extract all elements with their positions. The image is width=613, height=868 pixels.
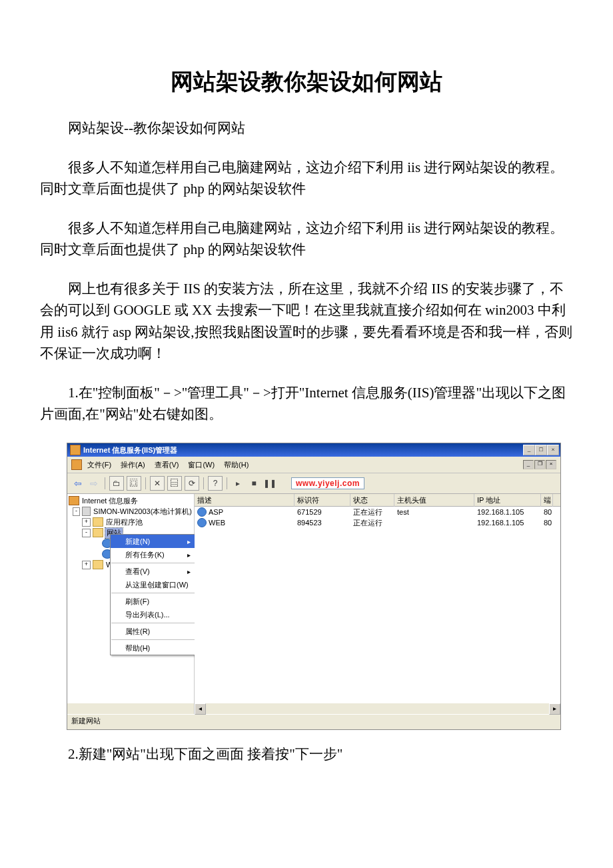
mdi-restore-button[interactable]: ❐: [534, 460, 545, 469]
ctx-view[interactable]: 查看(V)▸: [111, 565, 195, 578]
play-button[interactable]: ▸: [231, 477, 245, 490]
paragraph-4: 1.在"控制面板"－>"管理工具"－>打开"Internet 信息服务(IIS)…: [40, 382, 573, 425]
folder-icon: [93, 517, 103, 527]
window-titlebar[interactable]: Internet 信息服务(IIS)管理器 _ □ ×: [67, 443, 560, 457]
doc-subtitle: 网站架设--教你架设如何网站: [40, 117, 573, 139]
ctx-new[interactable]: 新建(N)▸: [111, 535, 195, 548]
close-button[interactable]: ×: [547, 445, 559, 455]
menubar: 文件(F) 操作(A) 查看(V) 窗口(W) 帮助(H) _ ❐ ×: [67, 457, 560, 473]
mdi-close-button[interactable]: ×: [546, 460, 556, 469]
iis-window: Internet 信息服务(IIS)管理器 _ □ × 文件(F) 操作(A) …: [67, 443, 561, 730]
tree-apppools[interactable]: + 应用程序池: [67, 517, 194, 527]
back-button[interactable]: ⇦: [71, 477, 85, 490]
horizontal-scrollbar[interactable]: ◂ ▸: [67, 703, 560, 714]
col-ip[interactable]: IP 地址: [474, 494, 541, 507]
col-state[interactable]: 状态: [350, 494, 394, 507]
ctx-refresh[interactable]: 刷新(F): [111, 595, 195, 608]
paragraph-5: 2.新建"网站"出现下面之画面 接着按"下一步": [40, 743, 573, 765]
tree-host[interactable]: - SIMON-WIN2003(本地计算机): [67, 506, 194, 517]
pause-button[interactable]: ❚❚: [263, 477, 277, 490]
scroll-right-button[interactable]: ▸: [549, 703, 560, 715]
scroll-left-button[interactable]: ◂: [195, 703, 206, 715]
col-port[interactable]: 端: [541, 494, 553, 507]
window-title: Internet 信息服务(IIS)管理器: [83, 445, 523, 455]
up-button[interactable]: 🗀: [109, 476, 124, 491]
ctx-export[interactable]: 导出列表(L)...: [111, 608, 195, 621]
tree-panel[interactable]: Internet 信息服务 - SIMON-WIN2003(本地计算机) + 应…: [67, 494, 195, 714]
maximize-button[interactable]: □: [535, 445, 547, 455]
tree-root[interactable]: Internet 信息服务: [67, 495, 194, 506]
app-icon: [70, 445, 81, 455]
ctx-new-window-here[interactable]: 从这里创建窗口(W): [111, 578, 195, 591]
status-bar: 新建网站: [67, 714, 560, 729]
computer-icon: [82, 507, 91, 516]
doc-title: 网站架设教你架设如何网站: [40, 67, 573, 97]
server-icon: [69, 496, 79, 505]
globe-icon: [197, 507, 207, 517]
stop-button[interactable]: ■: [247, 477, 261, 490]
ctx-help[interactable]: 帮助(H): [111, 641, 195, 655]
paragraph-2: 很多人不知道怎样用自己电脑建网站，这边介绍下利用 iis 进行网站架设的教程。同…: [40, 217, 573, 261]
minimize-button[interactable]: _: [523, 445, 535, 455]
folder-icon: [93, 560, 103, 569]
show-hide-button[interactable]: ⿴: [127, 476, 141, 491]
menu-action[interactable]: 操作(A): [121, 460, 145, 470]
menu-view[interactable]: 查看(V): [155, 460, 179, 470]
paragraph-1: 很多人不知道怎样用自己电脑建网站，这边介绍下利用 iis 进行网站架设的教程。同…: [40, 157, 573, 200]
col-hostheader[interactable]: 主机头值: [394, 494, 474, 507]
list-panel[interactable]: 描述 标识符 状态 主机头值 IP 地址 端 ASP 671529 正在运行 t…: [195, 494, 560, 714]
ctx-properties[interactable]: 属性(R): [111, 625, 195, 638]
col-desc[interactable]: 描述: [195, 494, 295, 507]
list-row[interactable]: WEB 894523 正在运行 192.168.1.105 80: [195, 517, 560, 528]
properties-button[interactable]: ⿳: [167, 476, 182, 491]
client-area: Internet 信息服务 - SIMON-WIN2003(本地计算机) + 应…: [67, 494, 560, 714]
ctx-tasks[interactable]: 所有任务(K)▸: [111, 548, 195, 561]
list-row[interactable]: ASP 671529 正在运行 test 192.168.1.105 80: [195, 507, 560, 517]
refresh-button[interactable]: ⟳: [185, 476, 199, 491]
menu-window[interactable]: 窗口(W): [188, 460, 215, 470]
globe-icon: [197, 518, 207, 527]
help-toolbutton[interactable]: ?: [208, 476, 223, 491]
context-menu: 新建(N)▸ 所有任务(K)▸ 查看(V)▸ 从这里创建窗口(W) 刷新(F) …: [110, 534, 195, 655]
mdi-min-button[interactable]: _: [523, 460, 534, 469]
menu-help[interactable]: 帮助(H): [224, 460, 249, 470]
delete-button[interactable]: ✕: [150, 476, 165, 491]
column-headers[interactable]: 描述 标识符 状态 主机头值 IP 地址 端: [195, 494, 560, 507]
col-id[interactable]: 标识符: [295, 494, 350, 507]
paragraph-3: 网上也有很多关于 IIS 的安装方法，所在这里，我就不介绍 IIS 的安装步骤了…: [40, 278, 573, 365]
toolbar: ⇦ ⇨ 🗀 ⿴ ✕ ⿳ ⟳ ? ▸ ■ ❚❚ www.yiyelj.com: [67, 473, 560, 494]
url-watermark: www.yiyelj.com: [291, 477, 364, 489]
mdi-icon: [71, 459, 82, 470]
folder-icon: [93, 528, 103, 537]
menu-file[interactable]: 文件(F): [87, 460, 111, 470]
forward-button[interactable]: ⇨: [87, 477, 101, 490]
